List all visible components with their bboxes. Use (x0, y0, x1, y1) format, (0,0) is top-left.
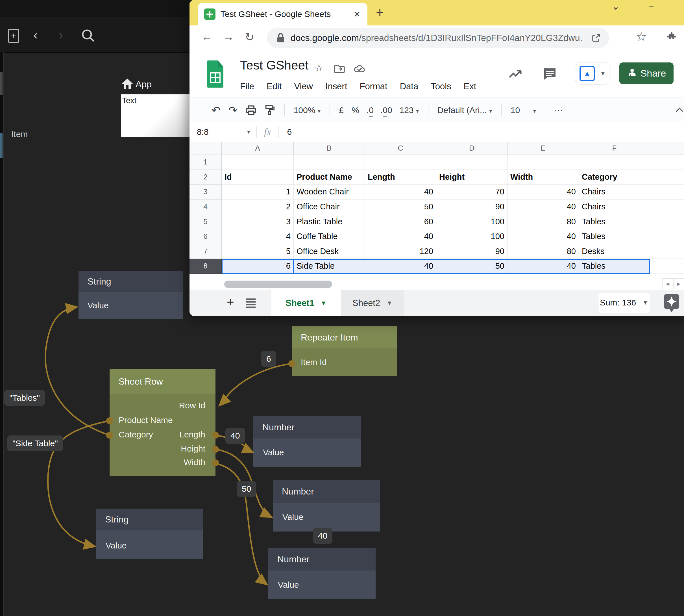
star-doc-icon[interactable]: ☆ (314, 62, 323, 74)
sheet2-menu-icon[interactable]: ▼ (386, 300, 392, 307)
font-size-select[interactable]: 10▾ (510, 105, 536, 115)
app-root-label[interactable]: App (136, 79, 152, 90)
add-sheet-icon[interactable]: + (227, 295, 234, 309)
percent-format-button[interactable]: % (351, 105, 359, 115)
node-number-width[interactable]: Number Value (268, 548, 375, 599)
name-box-caret-icon[interactable]: ▾ (247, 128, 250, 136)
cloud-saved-icon[interactable] (354, 64, 365, 73)
table-row[interactable]: 4 2 Office Chair 50 90 40 Chairs (189, 199, 684, 215)
port-value[interactable]: Value (278, 580, 299, 590)
browser-tab[interactable]: Test GSheet - Google Sheets ✕ (198, 3, 367, 25)
table-row[interactable]: 6 4 Coffe Table 40 100 40 Tables (189, 229, 684, 244)
menu-format[interactable]: Format (360, 81, 387, 91)
port-value[interactable]: Value (282, 512, 303, 522)
present-caret-icon[interactable]: ▼ (600, 70, 606, 77)
number-format-select[interactable]: 123▾ (400, 105, 419, 115)
browser-forward-icon[interactable]: → (223, 30, 234, 43)
node-number-height[interactable]: Number Value (273, 480, 380, 531)
menu-data[interactable]: Data (400, 81, 418, 91)
table-row-selected[interactable]: 8 6 Side Table 40 50 40 Tables (189, 259, 684, 274)
redo-icon[interactable]: ↷ (228, 104, 237, 116)
window-chevron-icon[interactable]: ⌄ (612, 1, 620, 12)
share-page-icon[interactable] (591, 33, 601, 43)
horizontal-scrollbar[interactable] (224, 281, 332, 288)
share-label: Share (640, 68, 666, 79)
more-toolbar-button[interactable]: ⋯ (554, 105, 563, 115)
menu-edit[interactable]: Edit (267, 81, 281, 91)
col-header-b[interactable]: B (294, 142, 365, 155)
text-widget-preview[interactable]: Text (121, 94, 189, 137)
forward-icon[interactable]: › (59, 28, 63, 41)
browser-back-icon[interactable]: ← (201, 30, 213, 43)
port-category[interactable]: Category (119, 430, 153, 439)
sum-status-badge[interactable]: Sum: 136▼ (598, 292, 650, 313)
corner-header[interactable] (189, 142, 222, 155)
comment-icon[interactable] (543, 67, 557, 81)
menu-tools[interactable]: Tools (431, 81, 451, 91)
port-row-id[interactable]: Row Id (179, 401, 205, 410)
port-height[interactable]: Height (181, 444, 205, 454)
sheet-tab-sheet2[interactable]: Sheet2▼ (341, 290, 404, 316)
node-number-length[interactable]: Number Value (253, 416, 361, 467)
all-sheets-icon[interactable] (245, 297, 257, 309)
col-header-f[interactable]: F (579, 142, 650, 155)
tab-close-icon[interactable]: ✕ (354, 9, 361, 19)
new-tab-icon[interactable]: + (376, 4, 384, 20)
browser-reload-icon[interactable]: ↻ (245, 30, 254, 44)
print-icon[interactable] (245, 105, 257, 116)
move-folder-icon[interactable] (334, 64, 345, 73)
undo-icon[interactable]: ↶ (211, 104, 221, 116)
component-item-label[interactable]: Item (11, 129, 28, 139)
table-row[interactable]: 3 1 Wooden Chair 40 70 40 Chairs (189, 184, 684, 199)
present-button[interactable]: ▲ ▼ (575, 62, 611, 85)
port-length[interactable]: Length (179, 430, 205, 439)
bookmark-star-icon[interactable]: ☆ (636, 29, 647, 44)
sheet-tab-sheet1[interactable]: Sheet1▼ (271, 290, 341, 316)
node-repeater-item[interactable]: Repeater Item Item Id (292, 326, 397, 376)
menu-view[interactable]: View (294, 81, 313, 91)
zoom-select[interactable]: 100%▾ (294, 105, 321, 115)
spreadsheet-grid[interactable]: A B C D E F 1 2 Id Product Name Length H… (189, 142, 684, 278)
currency-format-button[interactable]: £ (339, 105, 344, 115)
col-header-d[interactable]: D (436, 142, 507, 155)
insights-icon[interactable] (508, 68, 524, 80)
table-row[interactable]: 7 5 Office Desk 120 90 80 Desks (189, 244, 684, 259)
extensions-icon[interactable] (666, 32, 677, 42)
node-string-top[interactable]: String Value (78, 271, 183, 319)
add-node-icon[interactable]: + (8, 29, 19, 43)
port-value[interactable]: Value (88, 301, 109, 310)
menu-insert[interactable]: Insert (325, 81, 347, 91)
port-value[interactable]: Value (263, 447, 284, 457)
node-sheet-row[interactable]: Sheet Row Row Id Product Name Category L… (110, 369, 215, 476)
explore-sparkle-icon[interactable] (664, 293, 680, 313)
table-row[interactable]: 1 (189, 155, 684, 170)
back-icon[interactable]: ‹ (33, 28, 38, 41)
name-box[interactable]: 8:8 (197, 127, 245, 137)
menu-extensions[interactable]: Ext (464, 81, 476, 91)
search-icon[interactable] (81, 28, 95, 44)
doc-title[interactable]: Test GSheet (240, 58, 309, 72)
port-product-name[interactable]: Product Name (119, 415, 173, 425)
formula-input[interactable]: 6 (287, 127, 292, 137)
url-bar[interactable]: docs.google.com/spreadsheets/d/1D3IRuxIl… (267, 28, 609, 48)
share-button[interactable]: Share (619, 63, 674, 84)
table-row[interactable]: 2 Id Product Name Length Height Width Ca… (189, 170, 684, 185)
scroll-right-icon[interactable]: ▸ (673, 278, 684, 289)
font-select[interactable]: Default (Ari...▾ (437, 105, 492, 115)
sheet1-menu-icon[interactable]: ▼ (321, 300, 327, 307)
increase-decimals-button[interactable]: .00→ (381, 105, 392, 115)
scroll-left-icon[interactable]: ◂ (662, 278, 673, 289)
paint-format-icon[interactable] (265, 105, 275, 116)
col-header-e[interactable]: E (507, 142, 579, 155)
menu-file[interactable]: File (240, 81, 254, 91)
col-header-c[interactable]: C (365, 142, 436, 155)
window-minimize-icon[interactable]: − (648, 1, 654, 12)
decrease-decimals-button[interactable]: .0← (367, 105, 374, 115)
port-width[interactable]: Width (184, 458, 205, 467)
collapse-toolbar-icon[interactable] (675, 106, 684, 114)
port-value[interactable]: Value (106, 541, 127, 550)
node-string-bottom[interactable]: String Value (96, 509, 203, 559)
table-row[interactable]: 5 3 Plastic Table 60 100 80 Tables (189, 214, 684, 229)
col-header-a[interactable]: A (222, 142, 294, 155)
port-item-id[interactable]: Item Id (301, 357, 327, 367)
